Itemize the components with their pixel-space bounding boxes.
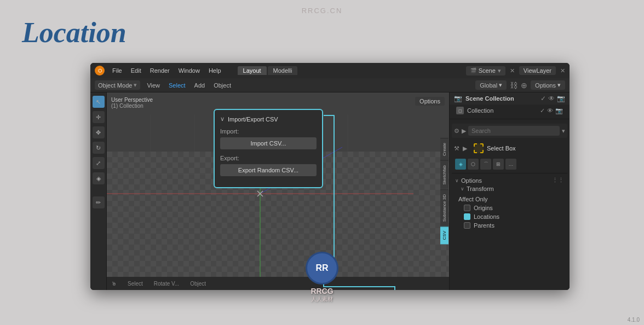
tab-layout[interactable]: Layout bbox=[238, 66, 267, 75]
close-viewlayer-btn[interactable]: ✕ bbox=[560, 67, 565, 74]
transform-header: Transform bbox=[461, 185, 564, 192]
toolbar-select[interactable]: Select bbox=[166, 81, 188, 90]
toolbar-right: Global▾ ⛓ ⊕ Options▾ bbox=[475, 80, 565, 90]
view-layer[interactable]: ViewLayer bbox=[519, 66, 556, 75]
origins-row[interactable]: Origins bbox=[455, 204, 564, 212]
menu-edit[interactable]: Edit bbox=[128, 66, 145, 75]
menu-bar: ⬡ File Edit Render Window Help Layout Mo… bbox=[90, 63, 570, 78]
rp-icon-filter[interactable]: ⚙ bbox=[454, 127, 459, 135]
status-bar: 🖱 Select Rotate V... Object bbox=[107, 277, 449, 290]
side-tab-create[interactable]: Create bbox=[440, 138, 449, 160]
divider-2 bbox=[452, 173, 567, 173]
toolbar-bar: Object Mode ▾ View Select Add Object Glo… bbox=[90, 78, 570, 92]
side-tabs: Create Sketchfab Substance 3D CSV bbox=[439, 92, 449, 290]
select-box-area: ⚒ ▶ Select Box bbox=[452, 140, 567, 156]
parents-row[interactable]: Parents bbox=[455, 221, 564, 230]
col-eye[interactable]: 👁 bbox=[547, 107, 553, 114]
collection-item[interactable]: ◻ Collection ✓ 👁 📷 bbox=[450, 105, 570, 117]
select-box-row[interactable]: Select Box bbox=[470, 141, 519, 155]
locations-checkbox[interactable] bbox=[464, 213, 470, 220]
icon-active-tool[interactable]: ◈ bbox=[455, 159, 466, 170]
blender-logo: ⬡ bbox=[95, 66, 105, 76]
blender-window: ⬡ File Edit Render Window Help Layout Mo… bbox=[90, 63, 570, 290]
menu-help[interactable]: Help bbox=[205, 66, 225, 75]
side-tab-csv[interactable]: CSV bbox=[440, 226, 449, 244]
side-tab-substance[interactable]: Substance 3D bbox=[440, 189, 449, 226]
rrcg-subtext: 人人素材 bbox=[311, 295, 333, 303]
csv-export-label: Export: bbox=[220, 155, 317, 161]
options-header: Options ⋮⋮ bbox=[455, 177, 564, 184]
rp-icon-vis[interactable]: ▶ bbox=[462, 127, 466, 135]
tool-rotate[interactable]: ↻ bbox=[93, 142, 105, 154]
left-toolbar: ↖ ✛ ✥ ↻ ⤢ ◈ ✏ bbox=[90, 92, 107, 290]
col-check[interactable]: ✓ bbox=[540, 107, 545, 114]
scene-collection-header: 📷 Scene Collection ✓ 👁 📷 bbox=[450, 92, 570, 105]
csv-popup: Import/Export CSV Import: Import CSV... … bbox=[214, 109, 323, 188]
collection-icon: ◻ bbox=[456, 107, 464, 114]
rp-search-input[interactable] bbox=[468, 126, 560, 136]
transform-label: Transform bbox=[467, 185, 494, 192]
rp-toolbar: ⚙ ▶ ▾ bbox=[452, 124, 567, 138]
csv-export-btn[interactable]: Export Random CSV... bbox=[220, 164, 317, 176]
affect-only-label: Affect Only bbox=[458, 196, 488, 202]
origins-checkbox[interactable] bbox=[464, 205, 470, 211]
options-label: Options bbox=[461, 177, 482, 184]
options-section: Options ⋮⋮ Transform Affect Only Origins bbox=[452, 175, 567, 232]
locations-row[interactable]: Locations bbox=[455, 212, 564, 221]
rp-search-expand[interactable]: ▾ bbox=[562, 127, 565, 135]
options-menu-icon[interactable]: ⋮⋮ bbox=[552, 177, 564, 184]
tool-cursor[interactable]: ✛ bbox=[93, 111, 105, 123]
status-select: Select bbox=[128, 281, 143, 287]
csv-popup-title: Import/Export CSV bbox=[220, 115, 317, 123]
icon-row: ◈ ⬡ ⌒ ⊞ … bbox=[452, 156, 567, 172]
affect-only-row: Affect Only bbox=[455, 195, 564, 204]
icon-curve[interactable]: ⌒ bbox=[480, 159, 491, 170]
toolbar-add[interactable]: Add bbox=[192, 81, 208, 90]
tool-move[interactable]: ✥ bbox=[93, 126, 105, 138]
parents-label: Parents bbox=[474, 222, 495, 229]
parents-checkbox[interactable] bbox=[464, 222, 470, 229]
scene-selector[interactable]: 🎬 Scene ▾ bbox=[466, 66, 505, 76]
top-watermark: RRCG.CN bbox=[302, 7, 343, 15]
icon-mesh[interactable]: ⬡ bbox=[468, 159, 479, 170]
origins-label: Origins bbox=[474, 205, 493, 211]
tool-icon-sm: ⚒ bbox=[454, 145, 459, 152]
toolbar-view[interactable]: View bbox=[145, 81, 162, 90]
menu-file[interactable]: File bbox=[109, 66, 125, 75]
right-panel: 📷 Scene Collection ✓ 👁 📷 ◻ Collection ✓ … bbox=[449, 92, 570, 290]
icon-surface[interactable]: ⊞ bbox=[493, 159, 504, 170]
link-icon: ⛓ bbox=[510, 81, 518, 90]
menu-window[interactable]: Window bbox=[175, 66, 203, 75]
tool-select[interactable]: ↖ bbox=[93, 96, 105, 108]
close-scene-btn[interactable]: ✕ bbox=[510, 67, 515, 74]
icon-more[interactable]: … bbox=[505, 159, 516, 170]
tab-modeling[interactable]: Modelli bbox=[268, 66, 298, 75]
snap-icon: ⊕ bbox=[521, 81, 527, 90]
side-tab-sketchfab[interactable]: Sketchfab bbox=[440, 160, 449, 189]
divider-1 bbox=[450, 119, 570, 119]
status-rotate: Rotate V... bbox=[154, 281, 179, 287]
scene-cam-icon[interactable]: 📷 bbox=[557, 95, 565, 102]
global-selector[interactable]: Global▾ bbox=[475, 80, 507, 90]
mode-selector[interactable]: Object Mode ▾ bbox=[95, 80, 140, 90]
right-panel-lower: ⚙ ▶ ▾ ⚒ ▶ Select Box ◈ ⬡ bbox=[450, 121, 570, 290]
collection-label: Collection bbox=[467, 107, 493, 114]
toolbar-object[interactable]: Object bbox=[211, 81, 233, 90]
tool-scale[interactable]: ⤢ bbox=[93, 157, 105, 169]
csv-import-label: Import: bbox=[220, 128, 317, 135]
col-cam[interactable]: 📷 bbox=[555, 107, 563, 114]
tab-bar: Layout Modelli bbox=[238, 66, 298, 75]
menu-render[interactable]: Render bbox=[147, 66, 173, 75]
viewport-label: User Perspective (1) Collection bbox=[111, 97, 153, 109]
scene-check-icon[interactable]: ✓ bbox=[540, 95, 546, 102]
csv-import-btn[interactable]: Import CSV... bbox=[220, 137, 317, 149]
scene-header-icons: ✓ 👁 📷 bbox=[540, 95, 565, 102]
tool-annotate[interactable]: ✏ bbox=[93, 196, 105, 208]
header-right: 🎬 Scene ▾ ✕ ViewLayer ✕ bbox=[466, 66, 565, 76]
options-btn[interactable]: Options▾ bbox=[531, 80, 565, 90]
tool-transform[interactable]: ◈ bbox=[93, 172, 105, 184]
locations-label: Locations bbox=[474, 213, 499, 220]
scene-eye-icon[interactable]: 👁 bbox=[548, 95, 555, 102]
viewport[interactable]: User Perspective (1) Collection Options … bbox=[107, 92, 449, 290]
mode-icon-sm: ▶ bbox=[463, 145, 467, 152]
